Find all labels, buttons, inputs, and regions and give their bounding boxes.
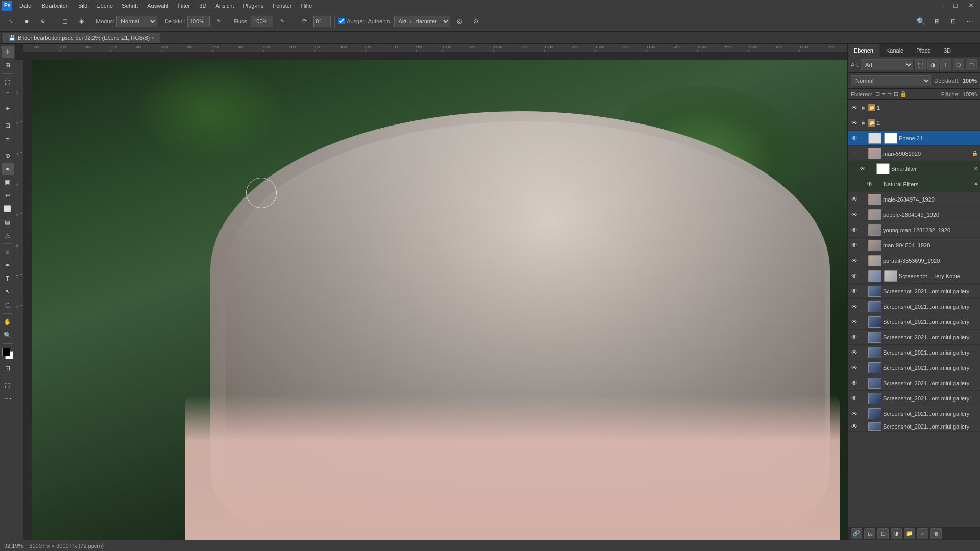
layer-screenshot5[interactable]: 👁 Screenshot_2021...om.miui.gallery (848, 345, 980, 360)
vis-screenshot3[interactable]: 👁 (850, 317, 859, 327)
smartfilter-expand[interactable]: ✕ (974, 166, 978, 171)
foreground-color[interactable] (2, 348, 10, 356)
add-adjustment-btn[interactable]: ◑ (891, 528, 902, 539)
tool-select-rect[interactable]: ⬚ (2, 76, 14, 88)
vis-male2634974[interactable]: 👁 (850, 195, 859, 204)
modus-select[interactable]: Normal (116, 16, 157, 27)
workspaces-btn[interactable]: ⊞ (930, 14, 944, 29)
tool-zoom[interactable]: 🔍 (2, 329, 14, 341)
fluss-input[interactable] (251, 16, 273, 27)
link-layers-btn[interactable]: 🔗 (851, 528, 862, 539)
vis-screenshotkope[interactable]: 👁 (850, 271, 859, 281)
layers-list[interactable]: 👁 ▶ 📁 1 👁 ▶ 📁 2 👁 Ebene 21 (848, 100, 980, 527)
menu-3d[interactable]: 3D (195, 2, 210, 10)
tool-crop[interactable]: ⊡ (2, 119, 14, 132)
tab-close[interactable]: × (152, 35, 155, 41)
tool-eyedropper[interactable]: ✒ (2, 133, 14, 145)
more-btn[interactable]: ⋯ (963, 14, 977, 29)
layer-people2604149[interactable]: 👁 people-2604149_1920 (848, 207, 980, 222)
opacity-value[interactable]: 100% (963, 78, 977, 84)
vis-screenshot6[interactable]: 👁 (850, 363, 859, 372)
brush-toggle-btn[interactable]: ◻ (58, 14, 72, 29)
fluss-toggle[interactable]: ✎ (275, 14, 289, 29)
smartobj-filter-btn[interactable]: ◻ (966, 59, 977, 70)
fill-value[interactable]: 100% (963, 91, 977, 97)
expand-group1[interactable]: ▶ (861, 105, 867, 111)
tab-pfade[interactable]: Pfade (910, 44, 938, 57)
vis-screenshot4[interactable]: 👁 (850, 333, 859, 342)
menu-ebene[interactable]: Ebene (92, 2, 117, 10)
text-filter-btn[interactable]: T (940, 59, 951, 70)
layer-screenshot6[interactable]: 👁 Screenshot_2021...om.miui.gallery (848, 360, 980, 375)
layer-screenshot9[interactable]: 👁 Screenshot_2021...om.miui.gallery (848, 406, 980, 421)
canvas-container[interactable] (32, 60, 847, 540)
layer-group2[interactable]: 👁 ▶ 📁 2 (848, 115, 980, 131)
deckkraft-toggle[interactable]: ✎ (212, 14, 226, 29)
tool-magic-wand[interactable]: ✦ (2, 103, 14, 115)
tool-eraser[interactable]: ⬜ (2, 203, 14, 215)
smartfilter-btn[interactable]: ⊙ (469, 14, 483, 29)
tool-text[interactable]: T (2, 272, 14, 285)
tool-shapes[interactable]: ⬡ (2, 299, 14, 311)
tool-gradient[interactable]: ▤ (2, 216, 14, 228)
layer-youngman[interactable]: 👁 young-man-1281282_1920 (848, 222, 980, 238)
add-group-btn[interactable]: 📁 (904, 528, 915, 539)
delete-layer-btn[interactable]: 🗑 (930, 528, 942, 539)
menu-bearbeiten[interactable]: Bearbeiten (38, 2, 73, 10)
tool-lasso[interactable]: ⌒ (2, 89, 14, 102)
menu-fenster[interactable]: Fenster (268, 2, 296, 10)
pressure-btn[interactable]: ◈ (74, 14, 88, 29)
layer-screenshot7[interactable]: 👁 Screenshot_2021...om.miui.gallery (848, 375, 980, 391)
window-minimize-btn[interactable]: — (933, 0, 947, 13)
tool-move[interactable]: ✛ (2, 46, 14, 58)
layer-kind-select[interactable]: Art (861, 59, 913, 70)
vis-group2[interactable]: 👁 (850, 118, 859, 128)
layer-screenshot3[interactable]: 👁 Screenshot_2021...om.miui.gallery (848, 314, 980, 330)
menu-datei[interactable]: Datei (15, 2, 37, 10)
layer-screenshot2[interactable]: 👁 Screenshot_2021...om.miui.gallery (848, 299, 980, 314)
tool-artboard[interactable]: ⊞ (2, 59, 14, 71)
tool-path-select[interactable]: ↖ (2, 286, 14, 298)
layer-male2634974[interactable]: 👁 male-2634974_1920 (848, 192, 980, 207)
extra-tools-btn[interactable]: ⋯ (2, 392, 14, 405)
tool-pen[interactable]: ✒ (2, 259, 14, 271)
layer-screenshot8[interactable]: 👁 Screenshot_2021...om.miui.gallery (848, 391, 980, 406)
naturalfilters-expand[interactable]: ✕ (974, 181, 978, 187)
vis-man59081920[interactable]: 👁 (850, 149, 859, 158)
lock-position-btn[interactable]: ✛ (888, 91, 892, 97)
vis-portrait3353699[interactable]: 👁 (850, 256, 859, 265)
vis-naturalfilters[interactable]: 👁 (865, 180, 874, 189)
aufnehm-select[interactable]: Akt. u. darunter (394, 16, 450, 27)
tab-kanaele[interactable]: Kanäle (880, 44, 910, 57)
add-mask-btn[interactable]: ◻ (877, 528, 889, 539)
brush-size-btn[interactable]: ⊕ (36, 14, 50, 29)
tool-stamp[interactable]: ▣ (2, 176, 14, 188)
adjustment-filter-btn[interactable]: ◑ (927, 59, 939, 70)
vis-ebene21[interactable]: 👁 (850, 134, 859, 143)
vis-people2604149[interactable]: 👁 (850, 210, 859, 219)
layer-smartfilter[interactable]: 👁 Smartfilter ✕ (848, 161, 980, 177)
vis-screenshot1[interactable]: 👁 (850, 287, 859, 296)
vis-screenshot5[interactable]: 👁 (850, 348, 859, 357)
blend-mode-select[interactable]: Normal (851, 75, 931, 86)
ausger-check-label[interactable]: Ausger. (338, 18, 365, 24)
menu-ansicht[interactable]: Ansicht (211, 2, 238, 10)
view-toggle-btn[interactable]: ⊡ (946, 14, 961, 29)
menu-bild[interactable]: Bild (74, 2, 91, 10)
layer-screenshot4[interactable]: 👁 Screenshot_2021...om.miui.gallery (848, 330, 980, 345)
vis-screenshot10[interactable]: 👁 (850, 422, 859, 431)
angle-btn[interactable]: ⟳ (297, 14, 311, 29)
angle-input[interactable] (313, 16, 331, 27)
layer-man904504[interactable]: 👁 man-904504_1920 (848, 238, 980, 253)
lock-artboard-btn[interactable]: ⊞ (894, 91, 898, 97)
tool-brush[interactable]: ● (2, 163, 14, 175)
layer-screenshot10[interactable]: 👁 Screenshot_2021...om.miui.gallery (848, 421, 980, 432)
layer-portrait3353699[interactable]: 👁 portrait-3353699_1920 (848, 253, 980, 268)
menu-plugins[interactable]: Plug-ins (239, 2, 267, 10)
pixel-filter-btn[interactable]: ⬚ (915, 59, 926, 70)
vis-group1[interactable]: 👁 (850, 103, 859, 112)
menu-filter[interactable]: Filter (174, 2, 194, 10)
vis-screenshot8[interactable]: 👁 (850, 394, 859, 403)
menu-schrift[interactable]: Schrift (118, 2, 142, 10)
deckkraft-input[interactable] (187, 16, 210, 27)
